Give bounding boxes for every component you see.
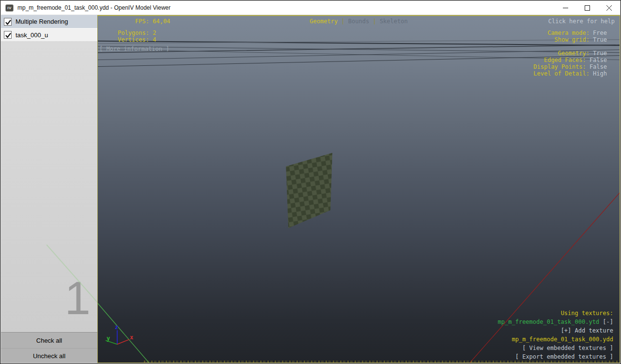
sidebar-model-list: Multiple Rendering task_000_u 1 Check al…: [1, 15, 97, 363]
window-title: mp_m_freemode_01_task_000.ydd - OpenIV M…: [17, 4, 171, 11]
setting-label: Geometry:: [558, 50, 590, 57]
list-item-label: Multiple Rendering: [16, 18, 68, 25]
setting-label: Display Points:: [533, 63, 586, 70]
setting-value: True: [593, 50, 607, 57]
stats-vertices: Vertices: 4: [114, 36, 156, 43]
uncheck-all-button[interactable]: Uncheck all: [1, 348, 97, 363]
more-information-link[interactable]: [ More information ]: [99, 46, 170, 52]
viewport-3d-canvas[interactable]: z x y FPS: 64,04 Polygons: 2 Vertices: 4…: [97, 15, 620, 363]
checkmark-icon: [5, 32, 12, 39]
tab-bounds[interactable]: Bounds: [348, 18, 369, 25]
polygons-value: 2: [153, 30, 156, 36]
sidebar-footer: Check all Uncheck all: [1, 332, 97, 363]
checkmark-icon: [5, 19, 12, 26]
setting-value: Free: [593, 30, 607, 36]
minimize-button[interactable]: [555, 1, 576, 15]
setting-label: Edged Faces:: [544, 57, 586, 63]
tab-separator: |: [373, 18, 376, 25]
check-all-button[interactable]: Check all: [1, 333, 97, 348]
view-embedded-textures-button[interactable]: [ View embedded textures ]: [522, 345, 613, 351]
setting-show-grid[interactable]: Show grid: True: [555, 36, 607, 43]
setting-label: Level of Detail:: [533, 70, 590, 77]
setting-edged-faces[interactable]: Edged Faces: False: [544, 57, 607, 63]
setting-level-of-detail[interactable]: Level of Detail: High: [533, 70, 607, 77]
grid-horizon-lines: [98, 40, 620, 67]
list-item-label: task_000_u: [16, 31, 48, 39]
add-texture-button[interactable]: [+] Add texture: [561, 327, 613, 334]
mode-tabs: Geometry | Bounds | Skeleton: [98, 18, 620, 25]
setting-display-points[interactable]: Display Points: False: [533, 63, 607, 70]
tab-geometry[interactable]: Geometry: [310, 18, 338, 25]
close-button[interactable]: [598, 1, 620, 15]
model-plane[interactable]: [286, 153, 332, 228]
polygons-label: Polygons:: [114, 30, 149, 36]
setting-camera-mode[interactable]: Camera mode: Free: [547, 30, 607, 36]
setting-value: High: [593, 70, 607, 77]
export-embedded-textures-button[interactable]: [ Export embedded textures ]: [515, 353, 613, 360]
world-axis-green: [98, 303, 150, 363]
setting-value: False: [590, 63, 607, 70]
texture-entry: mp_m_freemode_01_task_000.ytd [-]: [498, 318, 613, 325]
maximize-button[interactable]: [576, 1, 598, 15]
help-link[interactable]: Click here for help: [548, 18, 615, 25]
watermark-number: 1: [65, 275, 91, 321]
model-file-label: mp_m_freemode_01_task_000.ydd: [512, 336, 613, 343]
clipped-watermark-strip: [144, 361, 619, 363]
tab-separator: [345, 18, 348, 25]
setting-label: Show grid:: [555, 36, 590, 43]
axis-label-z: z: [115, 324, 118, 330]
task-000-u-checkbox[interactable]: [4, 31, 12, 39]
list-item-task-000-u[interactable]: task_000_u: [1, 28, 97, 41]
textures-heading: Using textures:: [561, 310, 613, 317]
window-titlebar: IV mp_m_freemode_01_task_000.ydd - OpenI…: [1, 1, 620, 15]
setting-label: Camera mode:: [547, 30, 590, 36]
axis-label-x: x: [130, 334, 133, 340]
remove-texture-button[interactable]: [-]: [603, 318, 613, 325]
vertices-value: 4: [153, 36, 156, 43]
setting-value: False: [590, 57, 607, 63]
app-window: IV mp_m_freemode_01_task_000.ydd - OpenI…: [0, 0, 621, 364]
tab-separator: |: [341, 18, 344, 25]
tab-skeleton[interactable]: Skeleton: [380, 18, 408, 25]
multiple-rendering-checkbox[interactable]: [4, 18, 12, 26]
list-item-multiple-rendering[interactable]: Multiple Rendering: [1, 15, 97, 28]
texture-file-name[interactable]: mp_m_freemode_01_task_000.ytd: [498, 318, 600, 325]
maximize-icon: [585, 5, 590, 11]
stats-polygons: Polygons: 2: [114, 30, 156, 36]
setting-value: True: [593, 36, 607, 43]
axis-label-y: y: [107, 335, 110, 341]
close-icon: [606, 5, 612, 11]
app-icon[interactable]: IV: [5, 4, 14, 12]
tab-separator: [376, 18, 380, 25]
setting-geometry[interactable]: Geometry: True: [558, 50, 607, 57]
vertices-label: Vertices:: [114, 36, 149, 43]
minimize-icon: [563, 5, 568, 11]
